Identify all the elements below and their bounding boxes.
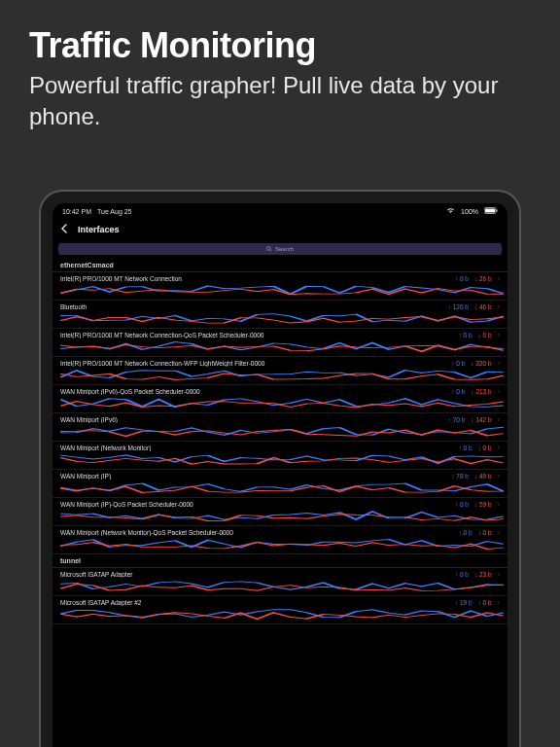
svg-rect-2 — [496, 209, 497, 212]
up-rate: ↑ 78 b — [451, 473, 469, 480]
wifi-icon — [446, 207, 455, 215]
down-rate: ↓ 23 b — [474, 571, 492, 578]
traffic-sparkline — [60, 339, 504, 353]
traffic-sparkline — [60, 509, 504, 522]
traffic-sparkline — [60, 311, 504, 325]
down-rate: ↓ 46 b — [474, 303, 492, 310]
traffic-sparkline — [60, 424, 504, 438]
search-icon — [266, 246, 272, 253]
tablet-screen: 10:42 PM Tue Aug 25 100% Interfaces — [52, 203, 508, 747]
interface-row[interactable]: WAN Miniport (IPv6)-QoS Packet Scheduler… — [52, 385, 508, 413]
chevron-right-icon: › — [498, 332, 500, 338]
traffic-sparkline — [60, 537, 504, 551]
down-rate: ↓ 49 b — [474, 473, 492, 480]
interface-row[interactable]: WAN Miniport (IP)-QoS Packet Scheduler-0… — [52, 498, 508, 526]
chevron-right-icon: › — [498, 599, 500, 606]
chevron-right-icon: › — [498, 473, 500, 480]
tablet-frame: 10:42 PM Tue Aug 25 100% Interfaces — [39, 190, 521, 747]
page-title: Traffic Monitoring — [29, 25, 531, 66]
interface-row[interactable]: Intel(R) PRO/1000 MT Network Connection-… — [52, 329, 508, 357]
svg-line-4 — [270, 249, 272, 251]
up-rate: ↑ 19 b — [455, 599, 472, 606]
search-placeholder: Search — [275, 246, 294, 252]
svg-rect-1 — [485, 209, 495, 213]
up-rate: ↑ 0 b — [455, 275, 469, 282]
interface-row[interactable]: WAN Miniport (Network Monitor) ↑ 0 b ↓ 0… — [52, 442, 508, 470]
interface-row[interactable]: WAN Miniport (IP) ↑ 78 b ↓ 49 b › — [52, 470, 508, 498]
up-rate: ↑ 0 b — [458, 332, 472, 338]
interface-name: WAN Miniport (IP)-QoS Packet Scheduler-0… — [60, 501, 455, 508]
chevron-right-icon: › — [498, 360, 500, 367]
interface-name: Intel(R) PRO/1000 MT Network Connection-… — [60, 332, 458, 338]
up-rate: ↑ 0 b — [455, 501, 469, 508]
interface-name: Intel(R) PRO/1000 MT Network Connection-… — [60, 360, 451, 367]
down-rate: ↓ 0 b — [478, 529, 492, 536]
page-subtitle: Powerful traffic grapher! Pull live data… — [29, 70, 531, 133]
interface-list[interactable]: ethernetCsmacd Intel(R) PRO/1000 MT Netw… — [52, 259, 508, 747]
interface-name: WAN Miniport (IP) — [60, 473, 451, 480]
traffic-sparkline — [60, 480, 504, 494]
interface-row[interactable]: WAN Miniport (IPv6) ↑ 70 b ↓ 142 b › — [52, 413, 508, 442]
chevron-right-icon: › — [498, 445, 500, 451]
interface-row[interactable]: Microsoft ISATAP Adapter ↑ 0 b ↓ 23 b › — [52, 568, 508, 596]
down-rate: ↓ 220 b — [471, 360, 491, 367]
status-date: Tue Aug 25 — [97, 208, 132, 215]
chevron-right-icon: › — [498, 275, 500, 282]
up-rate: ↑ 120 b — [448, 303, 469, 310]
interface-name: WAN Miniport (IPv6)-QoS Packet Scheduler… — [60, 388, 451, 395]
up-rate: ↑ 0 b — [458, 529, 472, 536]
chevron-right-icon: › — [498, 388, 500, 395]
back-icon[interactable] — [60, 223, 70, 236]
interface-name: Microsoft ISATAP Adapter — [60, 571, 455, 578]
chevron-right-icon: › — [498, 303, 500, 310]
interface-name: Intel(R) PRO/1000 MT Network Connection — [60, 275, 455, 282]
interface-name: Bluetooth — [60, 303, 448, 310]
down-rate: ↓ 26 b — [474, 275, 492, 282]
interface-name: WAN Miniport (Network Monitor) — [60, 445, 458, 451]
interface-name: WAN Miniport (Network Monitor)-QoS Packe… — [60, 529, 458, 536]
traffic-sparkline — [60, 579, 504, 592]
down-rate: ↓ 0 b — [478, 445, 492, 451]
interface-row[interactable]: Bluetooth ↑ 120 b ↓ 46 b › — [52, 301, 508, 329]
category-header: ethernetCsmacd — [52, 259, 508, 272]
interface-row[interactable]: Microsoft ISATAP Adapter #2 ↑ 19 b ↓ 0 b… — [52, 596, 508, 624]
status-battery: 100% — [461, 208, 478, 215]
up-rate: ↑ 0 b — [455, 571, 469, 578]
down-rate: ↓ 0 b — [478, 332, 492, 338]
down-rate: ↓ 59 b — [474, 501, 492, 508]
search-input[interactable]: Search — [58, 243, 502, 255]
chevron-right-icon: › — [498, 571, 500, 578]
battery-icon — [484, 207, 498, 215]
traffic-sparkline — [60, 452, 504, 466]
up-rate: ↑ 70 b — [448, 416, 466, 423]
traffic-sparkline — [60, 396, 504, 409]
interface-row[interactable]: Intel(R) PRO/1000 MT Network Connection-… — [52, 357, 508, 385]
down-rate: ↓ 0 b — [478, 599, 492, 606]
interface-name: WAN Miniport (IPv6) — [60, 416, 448, 423]
traffic-sparkline — [60, 607, 504, 621]
chevron-right-icon: › — [498, 529, 500, 536]
chevron-right-icon: › — [498, 501, 500, 508]
category-header: tunnel — [52, 554, 508, 568]
up-rate: ↑ 0 b — [451, 388, 465, 395]
interface-row[interactable]: WAN Miniport (Network Monitor)-QoS Packe… — [52, 526, 508, 554]
up-rate: ↑ 0 b — [451, 360, 465, 367]
header-title: Interfaces — [78, 225, 120, 234]
interface-row[interactable]: Intel(R) PRO/1000 MT Network Connection … — [52, 272, 508, 301]
chevron-right-icon: › — [498, 416, 500, 423]
status-time: 10:42 PM — [62, 208, 91, 215]
interface-name: Microsoft ISATAP Adapter #2 — [60, 599, 455, 606]
down-rate: ↓ 142 b — [471, 416, 491, 423]
down-rate: ↓ 213 b — [471, 388, 491, 395]
traffic-sparkline — [60, 368, 504, 381]
traffic-sparkline — [60, 283, 504, 297]
app-header: Interfaces — [52, 219, 508, 240]
status-bar: 10:42 PM Tue Aug 25 100% — [52, 203, 508, 219]
up-rate: ↑ 0 b — [458, 445, 472, 451]
svg-point-3 — [267, 246, 271, 250]
